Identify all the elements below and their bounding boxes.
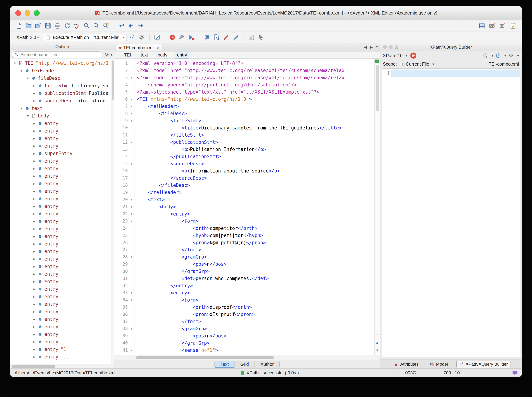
expand-arrow-icon[interactable]: ▸ (31, 227, 38, 231)
execute-xpath-button[interactable] (410, 53, 416, 59)
outline-item-entry[interactable]: ▸entry (10, 210, 114, 217)
expand-arrow-icon[interactable]: ▸ (31, 287, 38, 291)
author-editor-icon[interactable] (509, 22, 518, 30)
preview-transform-icon[interactable] (212, 33, 221, 42)
fold-toggle-icon[interactable]: ▾ (129, 217, 134, 225)
xpath-builder-icon[interactable]: //* (128, 33, 136, 42)
expand-arrow-icon[interactable]: ▸ (31, 197, 38, 201)
fold-toggle-icon[interactable]: ▾ (129, 117, 134, 124)
xpath-version-select[interactable]: XPath 2.0 ▾ (14, 34, 41, 41)
xpath-expression-editor[interactable]: 1 (382, 68, 520, 358)
edit-annotations-icon[interactable] (247, 33, 256, 42)
open-folder-icon[interactable] (24, 22, 33, 30)
outline-item-entry[interactable]: ▸entry (10, 172, 114, 180)
refresh-icon[interactable] (63, 22, 72, 30)
expand-arrow-icon[interactable]: ▸ (31, 264, 38, 269)
outline-settings-button[interactable]: ▾ (104, 52, 112, 57)
code-line-16[interactable]: <p>Information about the source</p> (137, 167, 374, 174)
code-line-27[interactable]: </form> (137, 246, 374, 253)
outline-item-entry[interactable]: ▸entry (10, 135, 114, 142)
debug-run-icon[interactable] (168, 33, 177, 42)
outline-item-entry[interactable]: ▸entry (10, 308, 114, 315)
breadcrumb-item-entry[interactable]: entry (175, 51, 189, 58)
outline-item-entry[interactable]: ▸entry (10, 330, 114, 338)
next-annotation-icon[interactable]: ▼ (376, 347, 378, 354)
outline-item-entry[interactable]: ▸entry (10, 202, 114, 210)
expand-arrow-icon[interactable]: ▸ (31, 189, 38, 193)
outline-item-entry[interactable]: ▸entry (10, 248, 114, 255)
outline-item-TEI[interactable]: ▾</>TEI"http://www.tei-c.org/ns/1. (10, 59, 114, 67)
expand-arrow-icon[interactable]: ▸ (31, 211, 38, 216)
code-line-24[interactable]: <orth>competitor</orth> (137, 225, 374, 232)
new-xslt-debug-icon[interactable]: XSLT* (488, 22, 497, 30)
open-url-icon[interactable] (34, 22, 43, 30)
expand-arrow-icon[interactable]: ▸ (31, 355, 38, 359)
expand-arrow-icon[interactable]: ▸ (31, 174, 38, 178)
code-line-5[interactable]: <?xml-stylesheet type="text/xsl" href=".… (137, 88, 374, 96)
code-line-14[interactable]: </publicationStmt> (137, 153, 374, 160)
fold-toggle-icon[interactable]: ▾ (129, 203, 134, 210)
spell-check-icon[interactable]: ABC (73, 22, 81, 30)
outline-item-fileDesc[interactable]: ▾fileDesc (10, 74, 114, 82)
fold-toggle-icon[interactable]: ▾ (129, 347, 134, 354)
outline-item-entry[interactable]: ▸entry (10, 225, 114, 233)
expand-arrow-icon[interactable]: ▸ (31, 181, 38, 186)
outline-item-entry[interactable]: ▸entry (10, 187, 114, 195)
code-line-25[interactable]: <hyph>com|peti|tor</hyph> (137, 232, 374, 239)
fold-toggle-icon[interactable]: ▾ (129, 96, 134, 103)
panel-tab-xpath-xquery-builder[interactable]: //*XPath/XQuery Builder (456, 361, 510, 368)
scope-select[interactable]: Current File (406, 62, 429, 67)
expand-arrow-icon[interactable]: ▸ (31, 84, 38, 88)
code-line-39[interactable]: <pos>n</pos> (137, 332, 374, 339)
code-line-23[interactable]: <form> (137, 217, 374, 225)
builder-version-label[interactable]: XPath 2.0 (383, 53, 403, 58)
outline-item-teiHeader[interactable]: ▾teiHeader (10, 67, 114, 74)
expand-arrow-icon[interactable]: ▸ (31, 219, 38, 223)
code-line-10[interactable]: <title>Dictionary samples from the TEI g… (137, 124, 374, 131)
previous-location-icon[interactable] (117, 22, 126, 30)
code-line-35[interactable]: <orth>disproof</orth> (137, 304, 374, 311)
minimize-button[interactable] (25, 10, 30, 16)
zoom-button[interactable] (34, 10, 40, 16)
new-xquery-debug-icon[interactable]: XQ* (498, 22, 507, 30)
outline-item-entry[interactable]: ▸entry (10, 240, 114, 248)
outline-item-entry[interactable]: ▸entry (10, 180, 114, 187)
previous-annotation-icon[interactable]: ▲ (376, 339, 378, 346)
fold-toggle-icon[interactable]: ▾ (129, 196, 134, 203)
close-button[interactable] (15, 10, 21, 16)
expand-arrow-icon[interactable]: ▸ (31, 121, 38, 125)
expand-arrow-icon[interactable]: ▸ (31, 234, 38, 238)
fold-toggle-icon[interactable]: ▾ (129, 139, 134, 146)
code-line-33[interactable]: <entry> (137, 289, 374, 296)
expand-arrow-icon[interactable]: ▸ (31, 332, 38, 336)
code-line-18[interactable]: </fileDesc> (137, 182, 374, 189)
outline-item-text[interactable]: ▾text (10, 105, 114, 112)
code-line-41[interactable]: <sense n="1"> (137, 347, 374, 354)
outline-item-sourceDesc[interactable]: ▸sourceDescInformation (10, 97, 114, 105)
find-resources-icon[interactable] (102, 22, 110, 30)
code-line-22[interactable]: <entry> (137, 210, 374, 217)
forward-icon[interactable] (136, 22, 145, 30)
find-next-icon[interactable] (92, 22, 101, 30)
expand-arrow-icon[interactable]: ▸ (31, 99, 38, 103)
new-file-icon[interactable] (14, 22, 23, 30)
code-line-30[interactable]: </gramGrp> (137, 268, 374, 275)
code-line-4[interactable]: schematypens="http://purl.oclc.org/dsdl/… (137, 81, 374, 88)
format-indent-icon[interactable] (203, 33, 211, 42)
code-line-7[interactable]: <teiHeader> (137, 103, 374, 110)
expand-arrow-icon[interactable]: ▸ (31, 279, 38, 284)
outline-item-titleStmt[interactable]: ▸titleStmtDictionary sa (10, 82, 114, 89)
panel-minimize-button[interactable] (389, 45, 393, 49)
expand-arrow-icon[interactable]: ▸ (31, 257, 38, 261)
fold-toggle-icon[interactable]: ▾ (129, 325, 134, 332)
highlight-pen-2-icon[interactable] (232, 33, 240, 42)
code-line-37[interactable]: </form> (137, 318, 374, 325)
outline-item-entry[interactable]: ▸entry (10, 120, 114, 127)
mode-button-author[interactable]: Author (255, 361, 279, 368)
mode-button-text[interactable]: Text (215, 361, 234, 368)
code-line-6[interactable]: <TEI xmlns="http://www.tei-c.org/ns/1.0"… (137, 96, 374, 103)
expand-arrow-icon[interactable]: ▸ (31, 294, 38, 299)
code-line-19[interactable]: </teiHeader> (137, 189, 374, 196)
panel-zoom-button[interactable] (395, 45, 398, 49)
element-filter-field[interactable] (12, 51, 102, 58)
